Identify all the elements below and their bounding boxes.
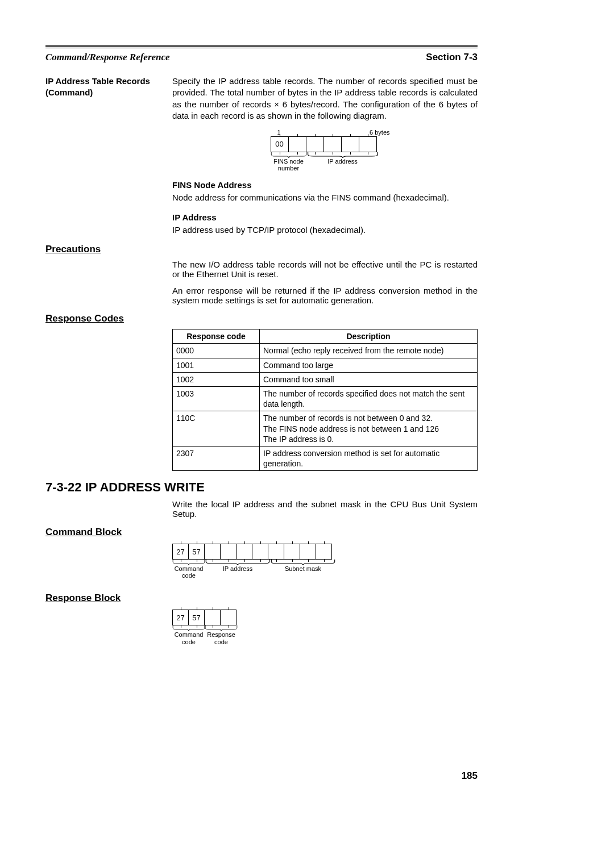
d1-byte-4 <box>341 136 359 152</box>
desc-cell: IP address conversion method is set for … <box>260 446 478 470</box>
cb-b1: 57 <box>188 544 205 560</box>
six-byte-diagram: 1 6 bytes 00 FINS node number IP address <box>271 128 380 172</box>
desc-cell: The number of records specified does not… <box>260 386 478 411</box>
table-row: 1003The number of records specified does… <box>173 386 478 411</box>
desc-cell: Command too large <box>260 358 478 372</box>
cb-b9 <box>316 544 332 560</box>
rule-top-thick <box>45 45 478 47</box>
d1-byte-0: 00 <box>271 136 289 152</box>
code-cell: 0000 <box>173 344 260 358</box>
cb-b0: 27 <box>172 544 189 560</box>
code-cell: 2307 <box>173 446 260 470</box>
ip-table-records-label: IP Address Table Records (Command) <box>45 76 162 236</box>
d1-bracket-fins: FINS node number <box>271 152 307 172</box>
rb-b0: 27 <box>172 610 189 625</box>
precautions-heading: Precautions <box>45 244 478 255</box>
cb-br-ip: IP address <box>205 560 271 579</box>
table-row: 0000Normal (echo reply received from the… <box>173 344 478 358</box>
cb-b4 <box>236 544 252 560</box>
header-left: Command/Response Reference <box>45 52 170 63</box>
command-block-heading: Command Block <box>45 527 478 538</box>
cb-b6 <box>268 544 284 560</box>
cb-b2 <box>204 544 221 560</box>
code-cell: 110C <box>173 411 260 446</box>
page-number: 185 <box>45 770 478 782</box>
table-row: 110CThe number of records is not between… <box>173 411 478 446</box>
ip-address-body: IP address used by TCP/IP protocol (hexa… <box>172 224 478 236</box>
d1-byte-2 <box>306 136 324 152</box>
precautions-p2: An error response will be returned if th… <box>172 286 478 305</box>
cb-b5 <box>252 544 268 560</box>
ip-table-records-text: Specify the IP address table records. Th… <box>172 76 478 122</box>
response-block-heading: Response Block <box>45 592 478 604</box>
ip-table-records-block: IP Address Table Records (Command) Speci… <box>45 76 478 236</box>
d1-byte-5 <box>359 136 377 152</box>
table-row: 1001Command too large <box>173 358 478 372</box>
command-block-body: 27 57 Command code IP address Subnet mas… <box>172 544 478 579</box>
cb-b7 <box>284 544 300 560</box>
table-row: 2307IP address conversion method is set … <box>173 446 478 470</box>
cb-br-sm: Subnet mask <box>270 560 336 579</box>
command-block-diagram: 27 57 Command code IP address Subnet mas… <box>172 544 337 579</box>
precautions-body: The new I/O address table records will n… <box>172 260 478 305</box>
response-codes-table: Response code Description 0000Normal (ec… <box>172 329 478 471</box>
response-block-body: 27 57 Command code Response code <box>172 610 478 645</box>
ip-address-write-body: Write the local IP address and the subne… <box>172 499 478 519</box>
rb-b1: 57 <box>188 610 205 625</box>
rb-br-resp: Response code <box>205 625 238 645</box>
d1-bracket-ip: IP address <box>306 152 379 172</box>
response-codes-body: Response code Description 0000Normal (ec… <box>172 329 478 471</box>
cb-br-cmd: Command code <box>172 560 205 579</box>
page-header: Command/Response Reference Section 7-3 <box>45 52 478 63</box>
fins-node-heading: FINS Node Address <box>172 180 478 191</box>
code-cell: 1002 <box>173 372 260 386</box>
d1-byte-3 <box>323 136 342 152</box>
table-row: 1002Command too small <box>173 372 478 386</box>
response-codes-heading: Response Codes <box>45 313 478 324</box>
th-desc: Description <box>260 329 478 344</box>
d1-byte-1 <box>288 136 306 152</box>
th-code: Response code <box>173 329 260 344</box>
ip-address-heading: IP Address <box>172 212 478 223</box>
rule-top-thin <box>45 48 478 48</box>
code-cell: 1001 <box>173 358 260 372</box>
rb-br-cmd: Command code <box>172 625 205 645</box>
rb-b2 <box>204 610 221 625</box>
ip-address-write-heading: 7-3-22 IP ADDRESS WRITE <box>45 480 478 495</box>
desc-cell: Command too small <box>260 372 478 386</box>
response-block-diagram: 27 57 Command code Response code <box>172 610 238 645</box>
ip-table-records-body: Specify the IP address table records. Th… <box>172 76 478 236</box>
precautions-p1: The new I/O address table records will n… <box>172 260 478 279</box>
cb-b8 <box>300 544 316 560</box>
cb-b3 <box>220 544 237 560</box>
code-cell: 1003 <box>173 386 260 411</box>
fins-node-body: Node address for communications via the … <box>172 192 478 203</box>
d1-label-6bytes: 6 bytes <box>370 128 389 137</box>
desc-cell: The number of records is not between 0 a… <box>260 411 478 446</box>
rb-b3 <box>220 610 237 625</box>
header-right: Section 7-3 <box>426 52 478 63</box>
desc-cell: Normal (echo reply received from the rem… <box>260 344 478 358</box>
